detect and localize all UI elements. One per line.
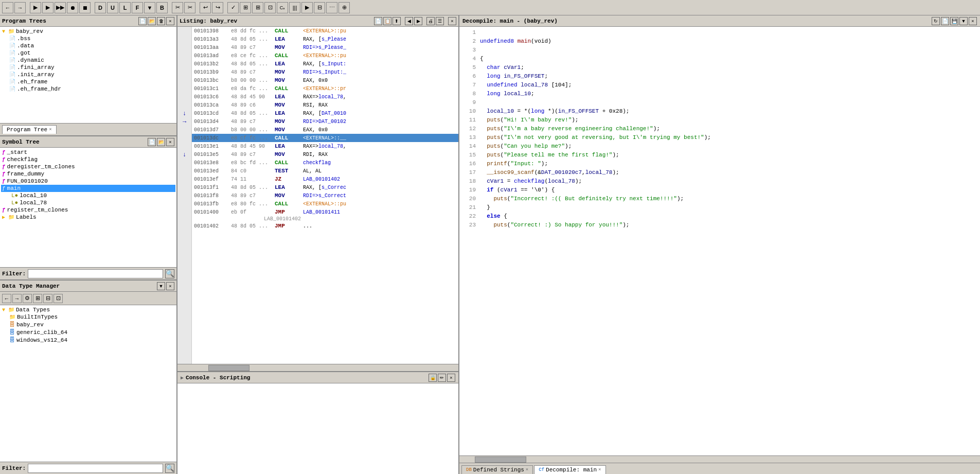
tree-item-ehframe[interactable]: 📄 .eh_frame <box>1 78 175 85</box>
listing-row-18[interactable]: 001013ef 74 11 JZ LAB_00101402 <box>192 175 458 183</box>
listing-row-7[interactable]: 001013c1 e8 da fc ... CALL <EXTERNAL>::p… <box>192 84 458 93</box>
listing-row-21[interactable]: 001013fb e8 80 fc ... CALL <EXTERNAL>::p… <box>192 200 458 208</box>
dec-refresh-btn[interactable]: ↻ <box>932 17 940 25</box>
record-btn[interactable]: ⏺ <box>67 2 78 13</box>
st-open-btn[interactable]: 📂 <box>157 138 165 146</box>
sym-filter-input[interactable] <box>28 269 163 278</box>
pt-new-btn[interactable]: 📄 <box>138 17 147 25</box>
stop-btn[interactable]: ⏹ <box>79 2 91 13</box>
lst-close-btn[interactable]: × <box>448 17 456 25</box>
run-btn[interactable]: ▶ <box>30 2 41 13</box>
pt-del-btn[interactable]: 🗑 <box>157 17 165 25</box>
disasm-btn[interactable]: D <box>95 2 106 13</box>
forward-btn[interactable]: → <box>14 2 26 13</box>
listing-row-14[interactable]: 001013e1 48 8d 45 90 LEA RAX=>local_78, <box>192 142 458 150</box>
run3-btn[interactable]: ▶▶ <box>55 2 66 13</box>
listing-row-11[interactable]: 001013d4 48 89 c7 MOV RDI=>DAT_00102 <box>192 117 458 126</box>
console-edit-btn[interactable]: ✏ <box>438 374 446 382</box>
tree-item-bss[interactable]: 📄 .bss <box>1 35 175 42</box>
dec-dropdown-btn[interactable]: ▼ <box>959 17 968 25</box>
lst-nav1-btn[interactable]: ◀ <box>405 17 413 25</box>
listing-row-16[interactable]: 001013e8 e8 bc fd ... CALL checkflag <box>192 159 458 167</box>
lst-paste-btn[interactable]: 📋 <box>383 17 391 25</box>
lst-cursor-btn[interactable]: ⬆ <box>393 17 401 25</box>
grid-btn[interactable]: ⊞ <box>240 2 251 13</box>
tree-item-data[interactable]: 📄 .data <box>1 42 175 49</box>
lst-opts-btn[interactable]: ☰ <box>436 17 444 25</box>
arr-btn[interactable]: ▼ <box>144 2 155 13</box>
dtm-builtin[interactable]: 📁 BuiltInTypes <box>1 313 175 321</box>
tree-item-dynamic[interactable]: 📄 .dynamic <box>1 57 175 64</box>
sym-start[interactable]: ƒ _start <box>1 149 175 156</box>
dots-btn[interactable]: ⋯ <box>326 2 337 13</box>
listing-row-20[interactable]: 001013f8 48 89 c7 MOV RDI=>s_Correct <box>192 191 458 200</box>
st-new-btn[interactable]: 📄 <box>148 138 156 146</box>
lst-print-btn[interactable]: 🖨 <box>426 17 435 25</box>
sym-deregister[interactable]: ƒ deregister_tm_clones <box>1 163 175 170</box>
dtm-babyrev[interactable]: 🗄 baby_rev <box>1 321 175 328</box>
lst-copy-btn[interactable]: 📄 <box>374 17 382 25</box>
tab-defined-strings[interactable]: DB Defined Strings × <box>461 465 533 474</box>
sym-labels[interactable]: ▶ 📁 Labels <box>1 214 175 221</box>
pt-open-btn[interactable]: 📂 <box>148 17 156 25</box>
play-btn[interactable]: ▶ <box>301 2 313 13</box>
dtm-close-btn[interactable]: × <box>166 282 174 290</box>
dtm-fwd-btn[interactable]: → <box>12 294 22 303</box>
tree-item-got[interactable]: 📄 .got <box>1 49 175 57</box>
bars-btn[interactable]: ||| <box>289 2 300 13</box>
listing-row-1[interactable]: 001013a3 48 8d 05 ... LEA RAX, [s_Please <box>192 35 458 43</box>
dtm-gear-btn[interactable]: ⚙ <box>23 294 32 303</box>
listing-row-12[interactable]: 001013d7 b8 00 00 ... MOV EAX, 0x0 <box>192 126 458 134</box>
program-tree-tab-close[interactable]: × <box>49 127 51 132</box>
tree-item-init[interactable]: 📄 .init_array <box>1 71 175 78</box>
label-btn[interactable]: L <box>119 2 131 13</box>
dtm-rem-btn[interactable]: ⊟ <box>43 294 52 303</box>
tab-ds-close[interactable]: × <box>526 467 528 472</box>
dec-close-btn[interactable]: × <box>969 17 977 25</box>
listing-row-4[interactable]: 001013b2 48 8d 05 ... LEA RAX, [s_Input: <box>192 60 458 68</box>
tree-item-fini[interactable]: 📄 .fini_array <box>1 64 175 71</box>
sq-btn[interactable]: ⊡ <box>264 2 276 13</box>
run2-btn[interactable]: ▶ <box>42 2 54 13</box>
pt-close-btn[interactable]: × <box>166 17 174 25</box>
grid2-btn[interactable]: ⊞ <box>252 2 263 13</box>
undo-btn[interactable]: ↩ <box>200 2 211 13</box>
listing-hscroll[interactable] <box>177 364 458 371</box>
ca-btn[interactable]: Cₐ <box>277 2 288 13</box>
sym-local78[interactable]: L● local_78 <box>1 199 175 206</box>
back-btn[interactable]: ← <box>2 2 13 13</box>
sym-framedummy[interactable]: ƒ frame_dummy <box>1 170 175 178</box>
cut2-btn[interactable]: ✂ <box>184 2 195 13</box>
dtm-back-btn[interactable]: ← <box>2 294 11 303</box>
listing-row-10[interactable]: 001013cd 48 8d 05 ... LEA RAX, [DAT_0010 <box>192 109 458 117</box>
listing-row-5[interactable]: 001013b9 48 89 c7 MOV RDI=>s_Input:_ <box>192 68 458 76</box>
b-btn[interactable]: B <box>156 2 168 13</box>
sym-checkflag[interactable]: ƒ checkflag <box>1 156 175 163</box>
dtm-view-btn[interactable]: ⊡ <box>54 294 63 303</box>
undef-btn[interactable]: U <box>107 2 118 13</box>
console-lock-btn[interactable]: 🔒 <box>429 374 437 382</box>
listing-row-17[interactable]: 001013ed 84 c0 TEST AL, AL <box>192 167 458 175</box>
check-btn[interactable]: ✓ <box>227 2 239 13</box>
listing-row-6[interactable]: 001013bc b8 00 00 ... MOV EAX, 0x0 <box>192 76 458 84</box>
listing-row-9[interactable]: 001013ca 48 89 c6 MOV RSI, RAX <box>192 101 458 109</box>
dtm-generic[interactable]: 🗄 generic_clib_64 <box>1 328 175 336</box>
dtm-dropdown-btn[interactable]: ▼ <box>157 282 165 290</box>
listing-row-selected[interactable]: 001013dc e8 cf fc ... CALL <EXTERNAL>::_… <box>192 134 458 142</box>
dtm-windows[interactable]: 🗄 windows_vs12_64 <box>1 336 175 344</box>
dec-copy-btn[interactable]: 📄 <box>941 17 949 25</box>
dtm-filter-btn[interactable]: 🔍 <box>165 464 174 473</box>
listing-row-22[interactable]: 00101400 eb 0f JMP LAB_00101411 <box>192 208 458 216</box>
tab-decompile-main[interactable]: Cf Decompile: main × <box>534 465 605 474</box>
sym-main[interactable]: ƒ main <box>1 185 175 192</box>
cut-btn[interactable]: ✂ <box>172 2 183 13</box>
func-btn[interactable]: F <box>132 2 143 13</box>
listing-row-3[interactable]: 001013ad e8 ce fc ... CALL <EXTERNAL>::p… <box>192 51 458 60</box>
sym-filter-btn[interactable]: 🔍 <box>165 269 174 278</box>
tab-dm-close[interactable]: × <box>598 467 601 472</box>
listing-row-2[interactable]: 001013aa 48 89 c7 MOV RDI=>s_Please_ <box>192 43 458 51</box>
listing-row-15[interactable]: 001013e5 48 89 c7 MOV RDI, RAX <box>192 150 458 159</box>
sym-register[interactable]: ƒ register_tm_clones <box>1 206 175 214</box>
listing-row-0[interactable]: 00101398 e8 dd fc ... CALL <EXTERNAL>::p… <box>192 27 458 35</box>
listing-row-last[interactable]: 00101402 48 8d 05 ... JMP ... <box>192 222 458 230</box>
